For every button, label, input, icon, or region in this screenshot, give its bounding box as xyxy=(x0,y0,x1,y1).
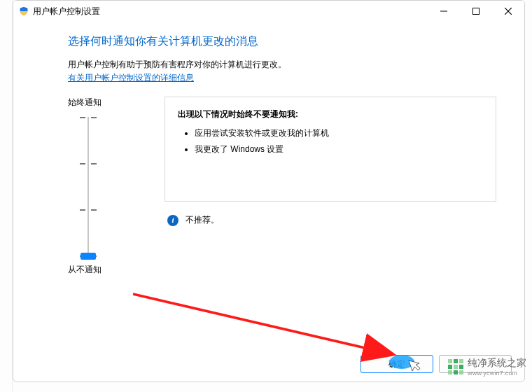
bullet-item: 我更改了 Windows 设置 xyxy=(195,144,483,155)
slider-column: 始终通知 从不通知 xyxy=(68,97,150,276)
uac-settings-window: 用户帐户控制设置 选择何时通知你有关计算机更改的消息 用户帐户控制有助于预防有害… xyxy=(13,0,525,382)
ok-button-label: 确定 xyxy=(388,358,405,370)
ok-button[interactable]: 确定 xyxy=(360,355,433,373)
notification-slider[interactable] xyxy=(68,117,150,257)
info-icon: i xyxy=(167,215,178,226)
window-title: 用户帐户控制设置 xyxy=(33,6,100,18)
slider-bottom-label: 从不通知 xyxy=(68,264,150,276)
maximize-button[interactable] xyxy=(460,1,492,22)
recommendation-text: 不推荐。 xyxy=(186,214,219,226)
panel-bullet-list: 应用尝试安装软件或更改我的计算机 我更改了 Windows 设置 xyxy=(178,127,483,155)
content-area: 选择何时通知你有关计算机更改的消息 用户帐户控制有助于预防有害程序对你的计算机进… xyxy=(13,22,524,276)
never-notify-panel: 出现以下情况时始终不要通知我: 应用尝试安装软件或更改我的计算机 我更改了 Wi… xyxy=(164,97,496,202)
slider-top-label: 始终通知 xyxy=(68,97,150,108)
close-button[interactable] xyxy=(492,1,524,22)
minimize-button[interactable] xyxy=(428,1,460,22)
shield-icon xyxy=(19,6,29,16)
titlebar: 用户帐户控制设置 xyxy=(13,1,524,22)
svg-rect-1 xyxy=(473,8,479,15)
page-heading: 选择何时通知你有关计算机更改的消息 xyxy=(68,34,496,49)
cancel-button[interactable] xyxy=(439,355,512,373)
window-controls xyxy=(428,1,524,22)
bullet-item: 应用尝试安装软件或更改我的计算机 xyxy=(195,127,483,139)
slider-thumb[interactable] xyxy=(80,253,96,260)
page-description: 用户帐户控制有助于预防有害程序对你的计算机进行更改。 xyxy=(68,59,496,71)
panel-heading: 出现以下情况时始终不要通知我: xyxy=(178,108,483,120)
learn-more-link[interactable]: 有关用户帐户控制设置的详细信息 xyxy=(68,73,194,83)
slider-track xyxy=(88,117,89,257)
info-column: 出现以下情况时始终不要通知我: 应用尝试安装软件或更改我的计算机 我更改了 Wi… xyxy=(164,97,496,276)
recommendation-row: i 不推荐。 xyxy=(164,214,496,226)
dialog-footer: 确定 xyxy=(360,355,512,373)
background-page xyxy=(0,0,13,392)
settings-body: 始终通知 从不通知 出现以下情况时始终不要通知我: 应用尝试安装软件或更改我的计… xyxy=(68,97,496,276)
